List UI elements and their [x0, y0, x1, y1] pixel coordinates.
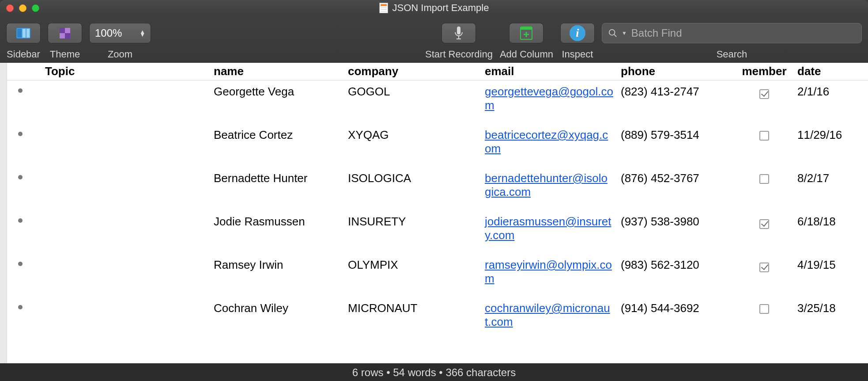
cell-member[interactable] [735, 258, 794, 272]
theme-button[interactable] [48, 23, 82, 43]
cell-email[interactable]: jodierasmussen@insurety.com [481, 215, 617, 242]
row-bullet[interactable] [7, 128, 34, 136]
cell-date[interactable]: 6/18/18 [794, 215, 860, 229]
column-header-phone[interactable]: phone [617, 65, 735, 78]
cell-phone[interactable]: (876) 452-3767 [617, 171, 735, 185]
email-link[interactable]: beatricecortez@xyqag.com [485, 128, 608, 155]
row-bullet[interactable] [7, 301, 34, 309]
grid: Topic name company email phone member da… [7, 63, 868, 363]
svg-rect-2 [23, 29, 26, 38]
table-row[interactable]: Bernadette HunterISOLOGICAbernadettehunt… [7, 167, 868, 210]
bullet-icon [18, 305, 23, 309]
column-header-date[interactable]: date [794, 65, 860, 78]
inspect-button[interactable]: i [560, 23, 595, 43]
cell-name[interactable]: Jodie Rasmussen [210, 215, 344, 229]
cell-company[interactable]: GOGOL [344, 85, 481, 99]
zoom-group: 100% ▲▼ Zoom [89, 22, 151, 60]
row-bullet[interactable] [7, 171, 34, 179]
svg-rect-8 [458, 36, 459, 38]
table-row[interactable]: Jodie RasmussenINSURETYjodierasmussen@in… [7, 210, 868, 254]
table-row[interactable]: Beatrice CortezXYQAGbeatricecortez@xyqag… [7, 124, 868, 167]
table-row[interactable]: Ramsey IrwinOLYMPIXramseyirwin@olympix.c… [7, 254, 868, 297]
bullet-icon [18, 175, 23, 179]
close-window-button[interactable] [6, 4, 14, 12]
cell-phone[interactable]: (889) 579-3514 [617, 128, 735, 142]
cell-member[interactable] [735, 215, 794, 229]
cell-company[interactable]: OLYMPIX [344, 258, 481, 272]
search-dropdown-icon[interactable]: ▼ [622, 30, 627, 36]
grid-body: Georgette VegaGOGOLgeorgettevega@gogol.c… [7, 80, 868, 340]
cell-date[interactable]: 3/25/18 [794, 301, 860, 315]
window-controls [6, 4, 39, 12]
status-text: 6 rows • 54 words • 366 characters [352, 366, 516, 379]
cell-name[interactable]: Cochran Wiley [210, 301, 344, 315]
add-column-button[interactable] [509, 23, 543, 43]
row-bullet[interactable] [7, 258, 34, 266]
cell-member[interactable] [735, 128, 794, 142]
column-header-member[interactable]: member [735, 65, 794, 78]
table-row[interactable]: Cochran WileyMICRONAUTcochranwiley@micro… [7, 297, 868, 340]
theme-group: Theme [48, 22, 82, 60]
email-link[interactable]: jodierasmussen@insurety.com [485, 215, 611, 242]
theme-icon [59, 27, 71, 39]
cell-name[interactable]: Ramsey Irwin [210, 258, 344, 272]
cell-email[interactable]: ramseyirwin@olympix.com [481, 258, 617, 286]
window-title: JSON Import Example [392, 2, 489, 14]
zoom-window-button[interactable] [32, 4, 39, 12]
search-input[interactable] [631, 27, 855, 39]
column-header-name[interactable]: name [210, 65, 344, 78]
member-checkbox[interactable] [759, 263, 769, 272]
email-link[interactable]: cochranwiley@micronaut.com [485, 301, 610, 328]
statusbar: 6 rows • 54 words • 366 characters [0, 363, 868, 381]
member-checkbox[interactable] [759, 304, 769, 314]
column-header-topic[interactable]: Topic [7, 65, 210, 78]
sidebar-icon [16, 27, 31, 39]
cell-name[interactable]: Georgette Vega [210, 85, 344, 99]
cell-company[interactable]: INSURETY [344, 215, 481, 229]
member-checkbox[interactable] [759, 174, 769, 184]
theme-label: Theme [50, 49, 80, 60]
member-checkbox[interactable] [759, 219, 769, 229]
email-link[interactable]: ramseyirwin@olympix.com [485, 258, 612, 285]
row-bullet[interactable] [7, 85, 34, 93]
column-header-company[interactable]: company [344, 65, 481, 78]
row-gutter [0, 63, 7, 363]
cell-company[interactable]: XYQAG [344, 128, 481, 142]
cell-phone[interactable]: (983) 562-3120 [617, 258, 735, 272]
search-field[interactable]: ▼ [602, 23, 862, 43]
table-row[interactable]: Georgette VegaGOGOLgeorgettevega@gogol.c… [7, 80, 868, 124]
cell-name[interactable]: Beatrice Cortez [210, 128, 344, 142]
svg-line-15 [614, 34, 616, 37]
column-header-email[interactable]: email [481, 65, 617, 78]
stepper-arrows-icon: ▲▼ [140, 30, 145, 36]
cell-member[interactable] [735, 85, 794, 99]
cell-date[interactable]: 2/1/16 [794, 85, 860, 99]
cell-company[interactable]: ISOLOGICA [344, 171, 481, 185]
bullet-icon [18, 88, 23, 93]
cell-member[interactable] [735, 301, 794, 315]
cell-name[interactable]: Bernadette Hunter [210, 171, 344, 185]
member-checkbox[interactable] [759, 89, 769, 99]
sidebar-toggle-button[interactable] [6, 23, 41, 43]
cell-phone[interactable]: (823) 413-2747 [617, 85, 735, 99]
row-bullet[interactable] [7, 215, 34, 223]
cell-phone[interactable]: (937) 538-3980 [617, 215, 735, 229]
cell-email[interactable]: bernadettehunter@isologica.com [481, 171, 617, 199]
member-checkbox[interactable] [759, 131, 769, 141]
cell-date[interactable]: 4/19/15 [794, 258, 860, 272]
start-recording-button[interactable] [442, 23, 476, 43]
cell-email[interactable]: beatricecortez@xyqag.com [481, 128, 617, 156]
cell-email[interactable]: georgettevega@gogol.com [481, 85, 617, 112]
bullet-icon [18, 262, 23, 266]
cell-company[interactable]: MICRONAUT [344, 301, 481, 315]
cell-date[interactable]: 8/2/17 [794, 171, 860, 185]
cell-date[interactable]: 11/29/16 [794, 128, 860, 142]
minimize-window-button[interactable] [19, 4, 26, 12]
cell-phone[interactable]: (914) 544-3692 [617, 301, 735, 315]
cell-email[interactable]: cochranwiley@micronaut.com [481, 301, 617, 329]
zoom-select[interactable]: 100% ▲▼ [89, 23, 151, 43]
cell-member[interactable] [735, 171, 794, 185]
email-link[interactable]: georgettevega@gogol.com [485, 85, 613, 112]
add-column-icon [520, 27, 532, 40]
email-link[interactable]: bernadettehunter@isologica.com [485, 171, 608, 198]
